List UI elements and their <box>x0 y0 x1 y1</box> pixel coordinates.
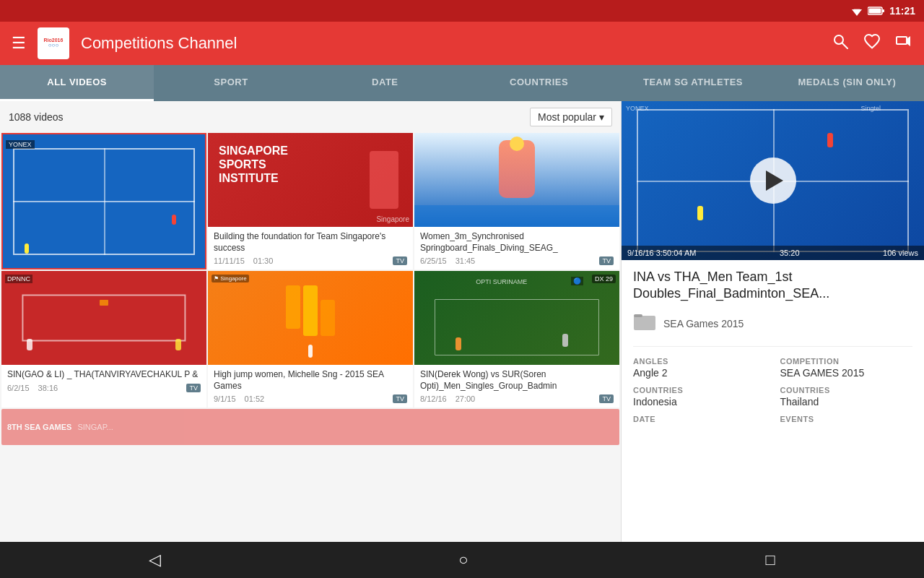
wifi-icon <box>850 6 863 16</box>
video-title-4: SIN(GAO & LI) _ THA(TANVIRYAVECHAKUL P & <box>7 369 201 381</box>
competition-label: COMPETITION <box>780 357 913 366</box>
countries2-value: Thailand <box>780 396 913 407</box>
tab-all-videos[interactable]: ALL VIDEOS <box>0 65 154 101</box>
tv-badge-3: TV <box>599 256 614 265</box>
video-duration-6: 27:00 <box>456 394 476 403</box>
play-triangle-icon <box>766 171 783 191</box>
video-thumb-6: DX 29 🔵 OPTI SURINAME <box>414 271 619 365</box>
app-header: ☰ Rio2016 ○○○ Competitions Channel <box>0 22 924 65</box>
video-meta-3: 6/25/15 31:45 TV <box>420 256 614 265</box>
meta-grid: ANGLES Angle 2 COMPETITION SEA GAMES 201… <box>633 357 912 425</box>
sort-label: Most popular <box>538 111 596 123</box>
header-actions <box>832 33 912 54</box>
video-duration-4: 38:16 <box>38 384 58 392</box>
sort-arrow-icon: ▾ <box>599 111 604 123</box>
favorites-icon[interactable] <box>863 33 881 54</box>
video-card-6[interactable]: DX 29 🔵 OPTI SURINAME SIN(Derek Wong) vs… <box>414 271 619 407</box>
video-card-1[interactable]: YONEX INA vs THA_Men Team_1st Doubles_Fi… <box>1 133 206 269</box>
folder-icon <box>633 311 656 336</box>
countries1-value: Indonesia <box>633 396 766 407</box>
tab-sport[interactable]: SPORT <box>154 65 308 101</box>
competition-value: SEA GAMES 2015 <box>780 367 913 379</box>
series-name: SEA Games 2015 <box>663 318 744 329</box>
video-title-5: High jump women, Michelle Sng - 2015 SEA… <box>214 369 407 392</box>
video-thumb-5: ⚑ Singapore <box>208 271 413 365</box>
tab-countries[interactable]: COUNTRIES <box>462 65 616 101</box>
date-label: DATE <box>633 415 766 423</box>
video-card-4[interactable]: DPNNC SIN(GAO & LI) _ THA(TANVIRYAVECHAK… <box>1 271 206 407</box>
meta-competition: COMPETITION SEA GAMES 2015 <box>780 357 913 379</box>
app-title: Competitions Channel <box>81 34 820 53</box>
video-duration-2: 01:30 <box>253 256 274 265</box>
video-info-2: Building the foundation for Team Singapo… <box>208 227 413 269</box>
video-card-3[interactable]: Women_3m_Synchronised Springboard_Finals… <box>414 133 619 269</box>
meta-countries2: COUNTRIES Thailand <box>780 386 913 407</box>
tab-date[interactable]: DATE <box>308 65 462 101</box>
sort-dropdown[interactable]: Most popular ▾ <box>530 108 612 126</box>
video-title-2: Building the foundation for Team Singapo… <box>214 231 407 254</box>
left-panel: 1088 videos Most popular ▾ YONEX INA <box>0 101 621 542</box>
play-button[interactable] <box>750 158 796 204</box>
video-date-4: 6/2/15 <box>7 384 30 392</box>
video-date-3: 6/25/15 <box>420 256 447 265</box>
status-icons: 11:21 <box>850 5 915 17</box>
video-info-5: High jump women, Michelle Sng - 2015 SEA… <box>208 365 413 407</box>
video-thumb-1: YONEX <box>3 134 205 268</box>
svg-line-6 <box>842 43 847 48</box>
video-meta-5: 9/1/15 01:52 TV <box>214 394 407 403</box>
video-duration-5: 01:52 <box>245 394 265 403</box>
video-info-6: SIN(Derek Wong) vs SUR(Soren Opti)_Men_S… <box>414 365 619 407</box>
menu-icon[interactable]: ☰ <box>12 34 26 53</box>
video-meta-4: 6/2/15 38:16 TV <box>7 384 201 392</box>
back-button[interactable]: ◁ <box>149 551 161 569</box>
tv-badge-6: TV <box>599 394 614 403</box>
right-video-thumb[interactable]: YONEX Singtel 9/16/16 3:50:04 AM 35:20 1… <box>622 101 924 260</box>
svg-rect-3 <box>882 9 884 12</box>
search-icon[interactable] <box>832 33 849 54</box>
right-panel: YONEX Singtel 9/16/16 3:50:04 AM 35:20 1… <box>621 101 924 542</box>
svg-rect-4 <box>869 9 881 14</box>
overlay-views: 106 views <box>883 249 918 257</box>
tv-badge-4: TV <box>186 384 201 392</box>
video-date-5: 9/1/15 <box>214 394 236 403</box>
app-logo: Rio2016 ○○○ <box>38 27 69 59</box>
svg-rect-8 <box>634 316 655 330</box>
video-count: 1088 videos <box>9 111 530 123</box>
tab-medals[interactable]: MEDALS (SIN ONLY) <box>770 65 924 101</box>
events-label: EVENTS <box>780 415 913 423</box>
angles-label: ANGLES <box>633 357 766 366</box>
video-duration-3: 31:45 <box>456 256 476 265</box>
video-thumb-3 <box>414 133 619 227</box>
svg-point-5 <box>834 35 843 44</box>
video-card-2[interactable]: SINGAPORESPORTSINSTITUTE Singapore Build… <box>208 133 413 269</box>
video-title-3: Women_3m_Synchronised Springboard_Finals… <box>420 231 614 254</box>
tab-team-sg[interactable]: TEAM SG ATHLETES <box>616 65 770 101</box>
home-button[interactable]: ○ <box>458 551 468 569</box>
overlay-duration: 35:20 <box>780 249 800 257</box>
recents-button[interactable]: □ <box>766 551 775 569</box>
main-content: 1088 videos Most popular ▾ YONEX INA <box>0 101 924 542</box>
right-content: INA vs THA_Men Team_1st Doubles_Final_Ba… <box>622 260 924 542</box>
video-date-6: 8/12/16 <box>420 394 447 403</box>
video-title-6: SIN(Derek Wong) vs SUR(Soren Opti)_Men_S… <box>420 369 614 392</box>
countries1-label: COUNTRIES <box>633 386 766 394</box>
bottom-nav: ◁ ○ □ <box>0 542 924 578</box>
video-grid: YONEX INA vs THA_Men Team_1st Doubles_Fi… <box>0 133 621 407</box>
right-video-overlay: 9/16/16 3:50:04 AM 35:20 106 views <box>622 246 924 260</box>
video-card-5[interactable]: ⚑ Singapore High jump women, Michelle Sn… <box>208 271 413 407</box>
video-info-3: Women_3m_Synchronised Springboard_Finals… <box>414 227 619 269</box>
countries2-label: COUNTRIES <box>780 386 913 394</box>
video-info-4: SIN(GAO & LI) _ THA(TANVIRYAVECHAKUL P &… <box>1 365 206 397</box>
meta-events: EVENTS <box>780 415 913 425</box>
video-meta-2: 11/11/15 01:30 TV <box>214 256 407 265</box>
svg-rect-9 <box>634 314 642 317</box>
overlay-date: 9/16/16 3:50:04 AM <box>627 249 696 257</box>
meta-angles: ANGLES Angle 2 <box>633 357 766 379</box>
cast-icon[interactable] <box>895 33 912 54</box>
tab-bar: ALL VIDEOS SPORT DATE COUNTRIES TEAM SG … <box>0 65 924 101</box>
svg-rect-7 <box>897 37 907 44</box>
status-bar: 11:21 <box>0 0 924 22</box>
angles-value: Angle 2 <box>633 367 766 379</box>
tv-badge-5: TV <box>393 394 407 403</box>
video-meta-6: 8/12/16 27:00 TV <box>420 394 614 403</box>
